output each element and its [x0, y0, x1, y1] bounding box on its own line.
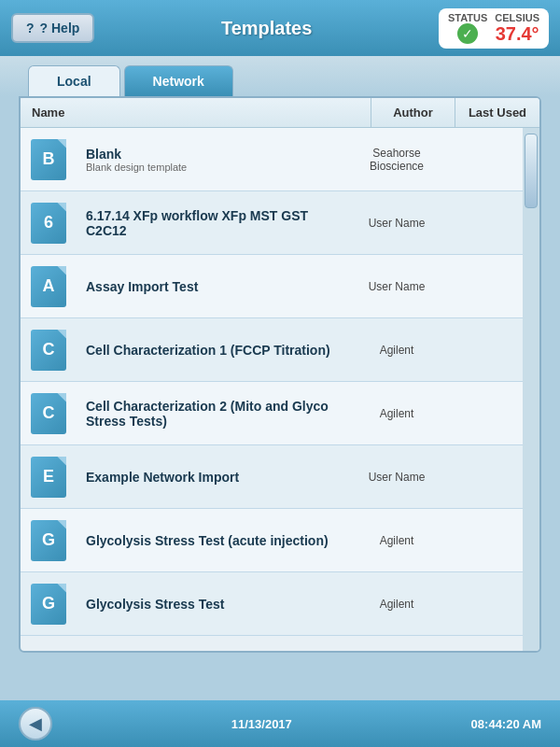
column-name-header: Name [21, 98, 371, 127]
item-author: User Name [355, 213, 439, 233]
table-row[interactable]: EExample Network ImportUser Name [21, 445, 523, 509]
item-lastused [439, 219, 523, 227]
item-info: 6.17.14 XFp workflow XFp MST GST C2C12 [77, 201, 355, 246]
item-icon-area: C [21, 330, 77, 371]
item-lastused [439, 473, 523, 481]
celsius-section: CELSIUS 37.4° [495, 12, 539, 45]
file-icon: G [31, 520, 66, 561]
item-author: Seahorse Bioscience [355, 143, 439, 176]
template-list-container: BBlankBlank design templateSeahorse Bios… [21, 128, 539, 651]
page-title: Templates [221, 18, 312, 39]
table-row[interactable]: AAssay Import TestUser Name [21, 255, 523, 318]
file-icon: 6 [31, 203, 66, 244]
item-name: Cell Characterization 2 (Mito and Glyco … [86, 399, 345, 429]
item-description: Blank design template [86, 162, 345, 173]
item-author: Agilent [355, 594, 439, 614]
item-name: Blank [86, 147, 345, 162]
status-label: STATUS [448, 12, 487, 23]
item-author: Agilent [355, 340, 439, 360]
table-row[interactable]: CCell Characterization 1 (FCCP Titration… [21, 318, 523, 382]
item-icon-area: 6 [21, 203, 77, 244]
back-button[interactable]: ◀ [19, 707, 52, 740]
scrollbar-thumb[interactable] [525, 134, 538, 208]
help-label: ? Help [40, 21, 80, 35]
status-check-icon: ✓ [457, 23, 478, 44]
file-icon: G [31, 584, 66, 625]
item-name: 6.17.14 XFp workflow XFp MST GST C2C12 [86, 208, 345, 238]
item-icon-area: C [21, 393, 77, 434]
item-icon-area: A [21, 266, 77, 307]
tab-local[interactable]: Local [28, 65, 120, 96]
item-info: Glycolysis Stress Test (acute injection) [77, 526, 355, 556]
item-name: Glycolysis Stress Test [86, 597, 345, 612]
bottom-bar: ◀ 11/13/2017 08:44:20 AM [0, 700, 560, 747]
item-name: Assay Import Test [86, 279, 345, 294]
file-icon: A [31, 266, 66, 307]
celsius-label: CELSIUS [495, 12, 539, 23]
item-lastused [439, 600, 523, 608]
item-lastused [439, 537, 523, 544]
column-headers: Name Author Last Used [21, 98, 539, 128]
item-author: Agilent [355, 403, 439, 424]
item-lastused [439, 410, 523, 417]
table-row[interactable]: CCell Characterization 2 (Mito and Glyco… [21, 382, 523, 445]
help-button[interactable]: ? ? Help [11, 13, 94, 43]
item-name: Cell Characterization 1 (FCCP Titration) [86, 343, 345, 358]
table-row[interactable]: GGlycolysis Stress Test (acute injection… [21, 509, 523, 572]
item-author: User Name [355, 276, 439, 297]
footer-time: 08:44:20 AM [471, 717, 541, 731]
file-icon: E [31, 457, 66, 498]
back-icon: ◀ [29, 713, 42, 734]
table-row[interactable]: GGlycolysis Stress TestAgilent [21, 572, 523, 636]
item-info: Assay Import Test [77, 272, 355, 302]
main-panel: Name Author Last Used BBlankBlank design… [19, 96, 541, 653]
item-icon-area: G [21, 584, 77, 625]
file-icon: C [31, 330, 66, 371]
scrollbar[interactable] [523, 128, 539, 651]
tabs-area: Local Network [0, 56, 560, 96]
footer-date: 11/13/2017 [231, 717, 292, 731]
item-info: Cell Characterization 1 (FCCP Titration) [77, 335, 355, 365]
item-info: Cell Characterization 2 (Mito and Glyco … [77, 391, 355, 436]
item-lastused [439, 346, 523, 354]
item-info: Example Network Import [77, 462, 355, 492]
item-info: BlankBlank design template [77, 139, 355, 180]
tab-network[interactable]: Network [124, 65, 233, 96]
header: ? ? Help Templates STATUS ✓ CELSIUS 37.4… [0, 0, 560, 56]
question-mark-icon: ? [26, 21, 35, 35]
item-name: Glycolysis Stress Test (acute injection) [86, 533, 345, 548]
item-author: Agilent [355, 530, 439, 551]
item-lastused [439, 156, 523, 163]
item-icon-area: G [21, 520, 77, 561]
tab-local-label: Local [57, 74, 91, 89]
file-icon: C [31, 393, 66, 434]
table-row[interactable]: 66.17.14 XFp workflow XFp MST GST C2C12U… [21, 191, 523, 255]
tab-network-label: Network [153, 74, 204, 89]
table-row[interactable]: BBlankBlank design templateSeahorse Bios… [21, 128, 523, 191]
template-list: BBlankBlank design templateSeahorse Bios… [21, 128, 523, 651]
item-icon-area: E [21, 457, 77, 498]
column-lastused-header: Last Used [455, 98, 539, 127]
item-author: User Name [355, 467, 439, 487]
file-icon: B [31, 139, 66, 180]
celsius-value: 37.4° [495, 23, 539, 45]
item-icon-area: B [21, 139, 77, 180]
status-section: STATUS ✓ [448, 12, 487, 44]
column-author-header: Author [371, 98, 455, 127]
item-name: Example Network Import [86, 470, 345, 485]
status-widget: STATUS ✓ CELSIUS 37.4° [439, 8, 549, 49]
item-info: Glycolysis Stress Test [77, 589, 355, 619]
item-lastused [439, 283, 523, 290]
